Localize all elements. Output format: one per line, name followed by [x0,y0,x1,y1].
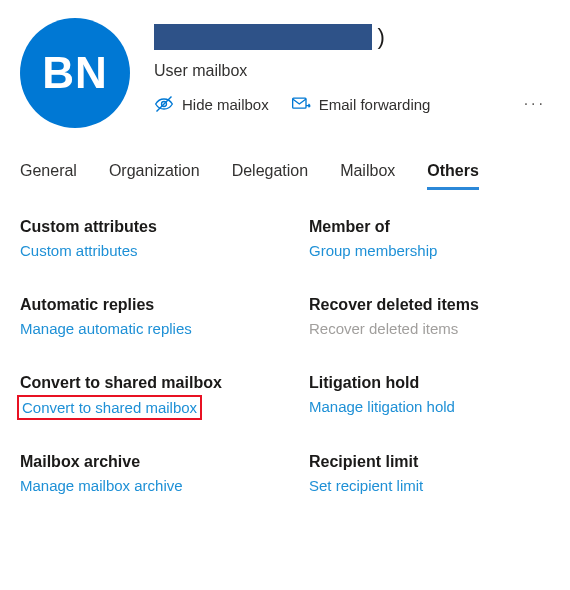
email-forwarding-button[interactable]: Email forwarding [291,94,431,114]
section-convert-shared: Convert to shared mailbox Convert to sha… [20,374,261,417]
recover-deleted-link: Recover deleted items [309,320,458,337]
hide-mailbox-button[interactable]: Hide mailbox [154,94,269,114]
mailbox-archive-title: Mailbox archive [20,453,261,471]
tab-general[interactable]: General [20,156,77,188]
hide-mailbox-label: Hide mailbox [182,96,269,113]
section-recover-deleted: Recover deleted items Recover deleted it… [309,296,550,338]
convert-shared-title: Convert to shared mailbox [20,374,261,392]
tab-mailbox[interactable]: Mailbox [340,156,395,188]
litigation-hold-title: Litigation hold [309,374,550,392]
eye-hide-icon [154,94,174,114]
mail-forward-icon [291,94,311,114]
manage-automatic-replies-link[interactable]: Manage automatic replies [20,320,192,337]
avatar: BN [20,18,130,128]
section-recipient-limit: Recipient limit Set recipient limit [309,453,550,495]
redacted-name [154,24,372,50]
member-of-title: Member of [309,218,550,236]
section-litigation-hold: Litigation hold Manage litigation hold [309,374,550,417]
convert-shared-link[interactable]: Convert to shared mailbox [20,398,199,417]
email-forwarding-label: Email forwarding [319,96,431,113]
custom-attributes-link[interactable]: Custom attributes [20,242,138,259]
tab-others[interactable]: Others [427,156,479,188]
profile-header: BN ) User mailbox Hide mailbox [20,18,550,128]
name-suffix: ) [377,24,384,49]
automatic-replies-title: Automatic replies [20,296,261,314]
tab-delegation[interactable]: Delegation [232,156,309,188]
custom-attributes-title: Custom attributes [20,218,261,236]
section-automatic-replies: Automatic replies Manage automatic repli… [20,296,261,338]
manage-mailbox-archive-link[interactable]: Manage mailbox archive [20,477,183,494]
set-recipient-limit-link[interactable]: Set recipient limit [309,477,423,494]
actions-row: Hide mailbox Email forwarding ··· [154,94,550,114]
avatar-initials: BN [42,48,108,98]
tab-organization[interactable]: Organization [109,156,200,188]
group-membership-link[interactable]: Group membership [309,242,437,259]
more-actions-button[interactable]: ··· [520,95,550,113]
header-right: ) User mailbox Hide mailbox [154,18,550,114]
section-custom-attributes: Custom attributes Custom attributes [20,218,261,260]
section-member-of: Member of Group membership [309,218,550,260]
manage-litigation-hold-link[interactable]: Manage litigation hold [309,398,455,415]
recipient-limit-title: Recipient limit [309,453,550,471]
settings-grid: Custom attributes Custom attributes Memb… [20,218,550,495]
display-name-row: ) [154,24,550,54]
tabs: General Organization Delegation Mailbox … [20,156,550,188]
mailbox-type-label: User mailbox [154,62,550,80]
recover-deleted-title: Recover deleted items [309,296,550,314]
section-mailbox-archive: Mailbox archive Manage mailbox archive [20,453,261,495]
